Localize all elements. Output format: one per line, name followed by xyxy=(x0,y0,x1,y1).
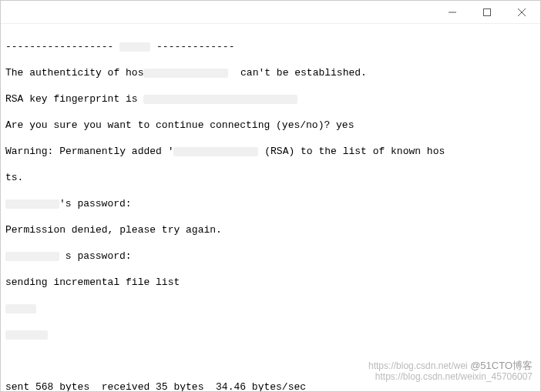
sending-line: sending incremental file list xyxy=(5,276,536,289)
password-prompt: s password: xyxy=(5,250,536,263)
blank-line xyxy=(5,354,536,367)
window-titlebar xyxy=(1,1,540,24)
rsa-line: RSA key fingerprint is xyxy=(5,92,536,106)
maximize-button[interactable] xyxy=(469,1,504,23)
denied-line: Permission denied, please try again. xyxy=(5,223,536,236)
warning-line: Warning: Permanently added ' (RSA) to th… xyxy=(5,145,536,158)
warning-cont: ts. xyxy=(5,171,536,184)
redacted-line xyxy=(5,302,536,315)
minimize-button[interactable] xyxy=(435,1,469,23)
confirm-line: Are you sure you want to continue connec… xyxy=(5,119,536,132)
password-prompt: 's password: xyxy=(5,197,536,210)
sent-stats: sent 568 bytes received 35 bytes 34.46 b… xyxy=(5,380,536,392)
terminal-output[interactable]: ------------------ ------------- The aut… xyxy=(1,24,540,392)
svg-rect-1 xyxy=(483,8,490,15)
close-button[interactable] xyxy=(504,1,539,23)
redacted-line xyxy=(5,328,536,341)
divider-line: ------------------ ------------- xyxy=(5,40,536,53)
auth-line: The authenticity of hos can't be establi… xyxy=(5,66,536,79)
